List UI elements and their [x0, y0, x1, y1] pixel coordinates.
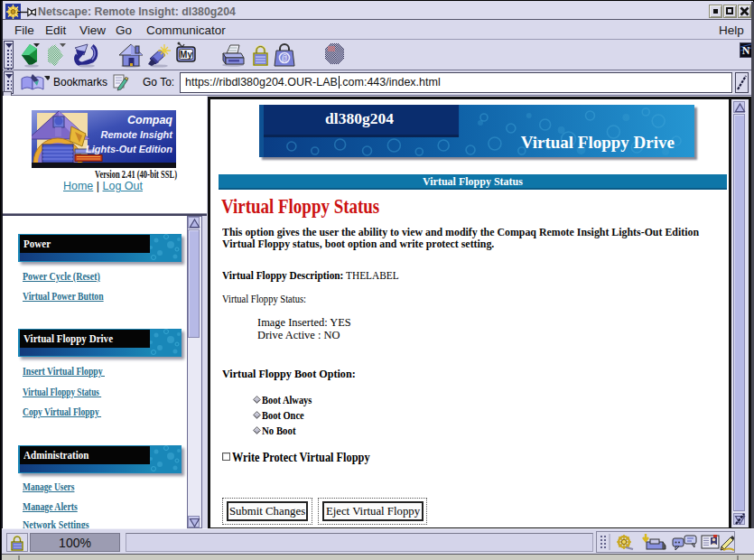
svg-text:@: @ — [282, 54, 287, 64]
svg-text:My: My — [180, 50, 192, 60]
svg-text:Lights-Out Edition: Lights-Out Edition — [86, 144, 172, 154]
svg-text:Remote Insight: Remote Insight — [101, 129, 174, 140]
svg-text:N: N — [742, 44, 750, 57]
svg-text:Compaq: Compaq — [127, 114, 172, 126]
